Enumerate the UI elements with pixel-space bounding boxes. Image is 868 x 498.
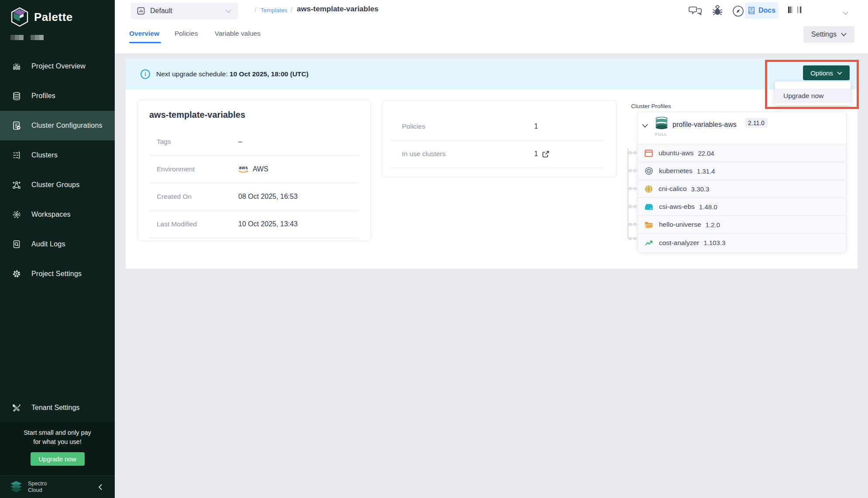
table-row: Policies 1 <box>390 113 604 140</box>
redaction-bar <box>788 7 793 13</box>
info-icon: i <box>141 69 150 79</box>
layer-name: kubernetes <box>659 167 693 175</box>
row-value: 1 <box>534 123 538 130</box>
settings-button[interactable]: Settings <box>803 26 854 43</box>
layer-version: 1.2.0 <box>706 221 720 229</box>
layer-name: ubuntu-aws <box>659 149 693 157</box>
options-button[interactable]: Options <box>803 65 850 80</box>
sidebar-item-label: Project Overview <box>31 62 86 70</box>
breadcrumb-separator: / <box>254 6 257 14</box>
sidebar-nav: Project Overview Profiles <box>0 51 115 289</box>
sidebar-item-clusters[interactable]: Clusters <box>0 140 115 170</box>
profile-name: profile-variables-aws <box>672 121 737 129</box>
upgrade-now-button[interactable]: Upgrade now <box>31 452 85 466</box>
active-tab-indicator <box>129 42 161 43</box>
layer-name: cost-analyzer <box>659 239 699 247</box>
sidebar-item-cluster-groups[interactable]: Cluster Groups <box>0 170 115 200</box>
feedback-chat-icon[interactable] <box>689 5 703 18</box>
external-link-icon[interactable] <box>542 150 549 158</box>
row-label: Last Modified <box>149 220 238 228</box>
brand-line2: Cloud <box>28 487 42 493</box>
cluster-profiles-panel: FULL profile-variables-aws 2.11.0 ubuntu… <box>637 112 847 253</box>
bug-report-icon[interactable] <box>712 5 723 18</box>
row-label: In use clusters <box>390 150 534 158</box>
kubernetes-wheel-icon <box>645 167 653 175</box>
doc-search-icon <box>12 239 21 249</box>
os-window-icon <box>645 150 653 157</box>
layer-version: 22.04 <box>698 150 714 157</box>
table-row: Created On 08 Oct 2025, 16:53 <box>149 183 359 211</box>
palette-logo: Palette <box>10 7 73 27</box>
sidebar-item-profiles[interactable]: Profiles <box>0 81 115 111</box>
profile-layer-row[interactable]: csi-aws-ebs 1.48.0 <box>638 198 846 216</box>
promo-text-line2: for what you use! <box>0 437 115 447</box>
sidebar-collapse-button[interactable] <box>98 484 103 492</box>
folder-icon <box>645 221 653 229</box>
bar-chart-icon <box>12 61 21 71</box>
chevron-down-icon[interactable] <box>642 122 648 130</box>
banner-text-prefix: Next upgrade schedule: <box>156 70 230 78</box>
layer-name: hello-universe <box>659 221 701 229</box>
breadcrumb-separator: / <box>291 6 293 14</box>
row-label: Tags <box>149 138 238 146</box>
spectro-cloud-logo-icon <box>9 480 24 494</box>
layer-version: 1.103.3 <box>703 239 725 246</box>
list-icon <box>12 150 21 160</box>
user-menu-chevron-icon[interactable] <box>843 9 848 17</box>
docs-button[interactable]: Docs <box>744 2 779 19</box>
sidebar-item-label: Audit Logs <box>31 240 65 248</box>
palette-logo-icon <box>10 7 29 27</box>
layer-name: csi-aws-ebs <box>659 203 695 211</box>
options-dropdown-menu: Upgrade now <box>775 82 851 105</box>
sidebar-item-cluster-configurations[interactable]: Cluster Configurations <box>0 111 115 140</box>
breadcrumb-link-templates[interactable]: Templates <box>261 7 288 14</box>
banner-schedule-datetime: 10 Oct 2025, 18:00 (UTC) <box>230 70 309 78</box>
user-name-redacted[interactable] <box>788 7 802 13</box>
settings-button-label: Settings <box>811 31 837 38</box>
docs-button-label: Docs <box>758 7 775 14</box>
sidebar-item-audit-logs[interactable]: Audit Logs <box>0 229 115 259</box>
tools-icon <box>12 403 21 413</box>
tab-policies[interactable]: Policies <box>175 30 198 38</box>
row-value: aws AWS <box>238 165 268 173</box>
table-row: Environment aws AWS <box>149 156 359 183</box>
layer-tree-connectors <box>627 144 638 253</box>
sidebar-item-label: Workspaces <box>31 211 71 218</box>
banner-text: Next upgrade schedule: 10 Oct 2025, 18:0… <box>156 70 309 78</box>
profile-header-row[interactable]: FULL profile-variables-aws 2.11.0 <box>638 112 846 144</box>
breadcrumb-current-page: aws-template-variables <box>297 5 378 14</box>
sidebar-item-workspaces[interactable]: Workspaces <box>0 200 115 229</box>
tab-variable-values[interactable]: Variable values <box>215 30 261 38</box>
logo-wordmark: Palette <box>34 10 73 24</box>
sidebar-item-project-settings[interactable]: Project Settings <box>0 259 115 289</box>
app-root: Palette Project Overview <box>0 0 868 498</box>
sidebar: Palette Project Overview <box>0 0 115 498</box>
aws-logo-icon: aws <box>238 166 249 173</box>
aws-logo-word: aws <box>239 166 248 170</box>
profile-type-badge: FULL <box>652 132 670 136</box>
profile-layer-row[interactable]: hello-universe 1.2.0 <box>638 216 846 234</box>
profile-layer-row[interactable]: cost-analyzer 1.103.3 <box>638 234 846 252</box>
row-label: Policies <box>390 123 534 130</box>
sidebar-item-project-overview[interactable]: Project Overview <box>0 51 115 81</box>
profile-layer-row[interactable]: kubernetes 1.31.4 <box>638 162 846 180</box>
table-row: In use clusters 1 <box>390 140 604 168</box>
table-row: Last Modified 10 Oct 2025, 13:43 <box>149 211 359 238</box>
sidebar-item-tenant-settings[interactable]: Tenant Settings <box>0 394 115 421</box>
stacked-layers-icon <box>653 115 670 133</box>
sidebar-item-label: Project Settings <box>31 270 82 278</box>
profile-layer-row[interactable]: ubuntu-aws 22.04 <box>638 144 846 162</box>
sidebar-item-label: Clusters <box>31 151 58 159</box>
menu-item-upgrade-now[interactable]: Upgrade now <box>775 89 851 103</box>
tab-overview[interactable]: Overview <box>129 30 159 38</box>
cluster-profiles-heading: Cluster Profiles <box>631 103 671 109</box>
globe-icon <box>645 185 653 193</box>
profile-version-badge: 2.11.0 <box>745 118 768 128</box>
upgrade-schedule-banner: i Next upgrade schedule: 10 Oct 2025, 18… <box>126 59 858 89</box>
trend-up-icon <box>645 239 653 246</box>
template-detail-rows: Tags – Environment aws AWS <box>149 128 359 238</box>
sidebar-item-label: Cluster Groups <box>31 181 79 189</box>
project-selector-dropdown[interactable]: Default <box>131 3 238 19</box>
profile-layer-row[interactable]: cni-calico 3.30.3 <box>638 180 846 198</box>
compass-icon[interactable] <box>732 5 744 19</box>
